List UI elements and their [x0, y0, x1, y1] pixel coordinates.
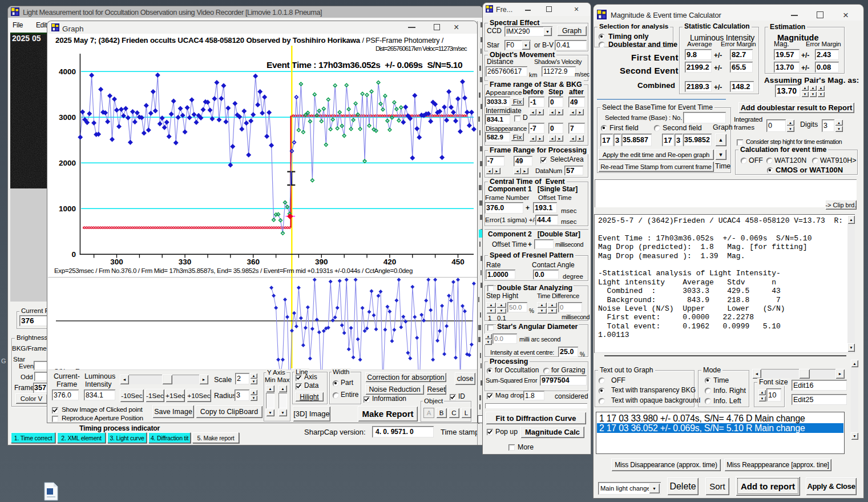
svg-text:390: 390 — [315, 258, 328, 266]
svg-text:4000: 4000 — [59, 67, 76, 76]
svg-text:2000: 2000 — [59, 159, 76, 167]
svg-text:3000: 3000 — [59, 113, 76, 122]
svg-text:360: 360 — [247, 258, 260, 266]
svg-text:420: 420 — [383, 258, 397, 266]
svg-text:300: 300 — [110, 258, 123, 266]
svg-text:0: 0 — [71, 250, 76, 259]
svg-text:330: 330 — [179, 258, 192, 266]
svg-text:1000: 1000 — [59, 204, 76, 213]
svg-text:450: 450 — [451, 258, 465, 266]
